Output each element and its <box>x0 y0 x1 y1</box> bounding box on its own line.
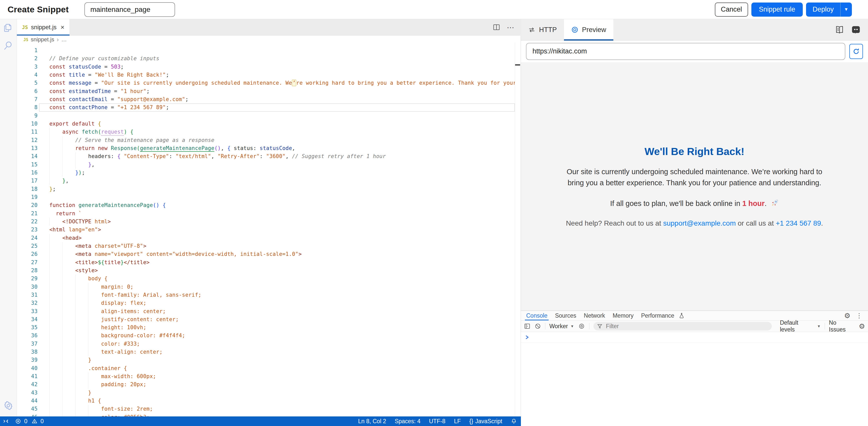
breadcrumb-more[interactable]: … <box>61 36 67 43</box>
tab-console[interactable]: Console <box>522 311 551 320</box>
code-line[interactable]: 9 <box>17 112 520 120</box>
code-line[interactable]: 18}; <box>17 185 520 193</box>
line-number[interactable]: 10 <box>17 120 50 128</box>
line-number[interactable]: 20 <box>17 201 50 209</box>
line-number[interactable]: 23 <box>17 226 50 234</box>
tab-preview[interactable]: Preview <box>564 19 613 40</box>
code-line[interactable]: 24 <head> <box>17 234 520 242</box>
line-number[interactable]: 12 <box>17 136 50 144</box>
code-line[interactable]: 36 background-color: #f4f4f4; <box>17 332 520 340</box>
code-line[interactable]: 14 headers: { "Content-Type": "text/html… <box>17 152 520 160</box>
line-number[interactable]: 14 <box>17 152 50 160</box>
cancel-button[interactable]: Cancel <box>715 2 748 17</box>
code-line[interactable]: 10export default { <box>17 120 520 128</box>
line-number[interactable]: 39 <box>17 356 50 364</box>
code-line[interactable]: 21 return ` <box>17 209 520 218</box>
line-number[interactable]: 9 <box>17 112 50 120</box>
code-line[interactable]: 26 <meta name="viewport" content="width=… <box>17 250 520 258</box>
devtools-settings-gear-icon[interactable]: ⚙ <box>844 312 850 320</box>
console-settings-gear-icon[interactable]: ⚙ <box>859 322 865 331</box>
code-line[interactable]: 41 max-width: 600px; <box>17 372 520 380</box>
code-line[interactable]: 11 async fetch(request) { <box>17 128 520 136</box>
code-line[interactable]: 40 .container { <box>17 364 520 372</box>
line-number[interactable]: 42 <box>17 380 50 389</box>
support-email-link[interactable]: support@example.com <box>663 219 736 227</box>
code-line[interactable]: 22 <!DOCTYPE html> <box>17 218 520 226</box>
line-number[interactable]: 32 <box>17 299 50 307</box>
files-icon[interactable] <box>0 19 17 37</box>
live-expression-eye-icon[interactable] <box>578 323 585 330</box>
line-number[interactable]: 33 <box>17 307 50 315</box>
console-messages[interactable] <box>521 332 868 343</box>
filter-input[interactable] <box>606 323 769 330</box>
line-number[interactable]: 27 <box>17 258 50 266</box>
tab-network[interactable]: Network <box>580 311 609 320</box>
line-number[interactable]: 2 <box>17 54 50 62</box>
deploy-button[interactable]: Deploy <box>806 2 840 17</box>
more-actions-icon[interactable]: ⋯ <box>507 23 514 32</box>
line-number[interactable]: 6 <box>17 87 50 95</box>
line-number[interactable]: 5 <box>17 79 50 87</box>
docs-book-icon[interactable] <box>835 25 844 34</box>
line-number[interactable]: 7 <box>17 95 50 103</box>
code-line[interactable]: 44 h1 { <box>17 397 520 405</box>
line-number[interactable]: 1 <box>17 47 50 54</box>
code-line[interactable]: 2// Define your customizable inputs <box>17 54 520 62</box>
code-line[interactable]: 46 color: #0056b3; <box>17 413 520 417</box>
line-number[interactable]: 31 <box>17 291 50 299</box>
devtools-menu-kebab-icon[interactable]: ⋮ <box>856 312 863 320</box>
code-line[interactable]: 38 text-align: center; <box>17 348 520 356</box>
code-line[interactable]: 23<html lang="en"> <box>17 226 520 234</box>
code-line[interactable]: 39 } <box>17 356 520 364</box>
language-mode[interactable]: {} JavaScript <box>469 418 502 425</box>
code-line[interactable]: 28 <style> <box>17 266 520 275</box>
encoding-setting[interactable]: UTF-8 <box>429 418 445 425</box>
code-line[interactable]: 17 }, <box>17 177 520 185</box>
line-number[interactable]: 19 <box>17 193 50 201</box>
tab-memory[interactable]: Memory <box>609 311 637 320</box>
line-number[interactable]: 30 <box>17 283 50 291</box>
line-number[interactable]: 34 <box>17 315 50 323</box>
line-number[interactable]: 37 <box>17 340 50 348</box>
code-line[interactable]: 27 <title>${title}</title> <box>17 258 520 266</box>
code-line[interactable]: 3const statusCode = 503; <box>17 63 520 71</box>
snippet-name-input[interactable] <box>84 2 175 17</box>
url-input[interactable] <box>526 43 845 60</box>
line-number[interactable]: 16 <box>17 169 50 177</box>
tab-sources[interactable]: Sources <box>551 311 580 320</box>
issues-counter[interactable]: No Issues <box>829 319 855 333</box>
cursor-position[interactable]: Ln 8, Col 2 <box>358 418 386 425</box>
discord-icon[interactable] <box>851 25 861 34</box>
code-line[interactable]: 19 <box>17 193 520 201</box>
code-editor[interactable]: 12// Define your customizable inputs3con… <box>17 47 520 417</box>
line-number[interactable]: 41 <box>17 372 50 380</box>
line-number[interactable]: 3 <box>17 63 50 71</box>
code-line[interactable]: 13 return new Response(generateMaintenan… <box>17 144 520 152</box>
phone-link[interactable]: +1 234 567 89 <box>776 219 821 227</box>
line-number[interactable]: 21 <box>17 209 50 218</box>
code-line[interactable]: 30 margin: 0; <box>17 283 520 291</box>
code-line[interactable]: 6const estimatedTime = "1 hour"; <box>17 87 520 95</box>
line-number[interactable]: 44 <box>17 397 50 405</box>
tab-snippet-js[interactable]: JS snippet.js × <box>17 19 70 35</box>
code-line[interactable]: 5const message = "Our site is currently … <box>17 79 520 87</box>
code-line[interactable]: 31 font-family: Arial, sans-serif; <box>17 291 520 299</box>
indentation-setting[interactable]: Spaces: 4 <box>395 418 421 425</box>
breadcrumb-file[interactable]: snippet.js <box>31 36 54 43</box>
execution-context-selector[interactable]: Worker ▼ <box>549 323 574 330</box>
line-number[interactable]: 35 <box>17 323 50 332</box>
code-line[interactable]: 1 <box>17 47 520 54</box>
line-number[interactable]: 38 <box>17 348 50 356</box>
search-icon[interactable] <box>0 37 17 54</box>
line-number[interactable]: 29 <box>17 275 50 283</box>
refresh-button[interactable] <box>849 44 863 59</box>
code-line[interactable]: 33 align-items: center; <box>17 307 520 315</box>
console-sidebar-toggle-icon[interactable] <box>524 323 530 330</box>
code-line[interactable]: 20function generateMaintenancePage() { <box>17 201 520 209</box>
line-number[interactable]: 4 <box>17 71 50 79</box>
clear-console-icon[interactable] <box>534 323 541 330</box>
remote-indicator-icon[interactable] <box>2 418 9 424</box>
code-line[interactable]: 29 body { <box>17 275 520 283</box>
line-number[interactable]: 25 <box>17 242 50 250</box>
line-number[interactable]: 40 <box>17 364 50 372</box>
